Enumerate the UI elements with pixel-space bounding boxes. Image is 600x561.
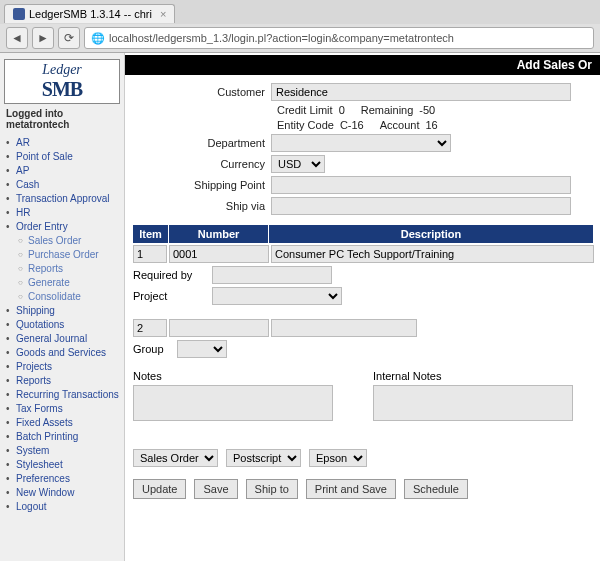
sidebar-item: Projects	[4, 360, 120, 374]
credit-limit-value: 0	[339, 104, 345, 116]
internal-notes-textarea[interactable]	[373, 385, 573, 421]
schedule-button[interactable]: Schedule	[404, 479, 468, 499]
logo: Ledger SMB	[4, 59, 120, 104]
required-by-row: Required by	[133, 266, 594, 284]
notes-textarea[interactable]	[133, 385, 333, 421]
grid-row-1	[133, 245, 594, 263]
grid-header: Item Number Description	[133, 225, 594, 243]
shipping-point-input[interactable]	[271, 176, 571, 194]
print-save-button[interactable]: Print and Save	[306, 479, 396, 499]
number-2[interactable]	[169, 319, 269, 337]
submenu-link[interactable]: Reports	[28, 263, 63, 274]
submenu-link[interactable]: Generate	[28, 277, 70, 288]
submenu-link[interactable]: Purchase Order	[28, 249, 99, 260]
main-content: Add Sales Or Customer Credit Limit 0 Rem…	[125, 53, 600, 561]
submenu-link[interactable]: Consolidate	[28, 291, 81, 302]
logged-in-text: Logged into metatrontech	[4, 108, 120, 130]
project-label: Project	[133, 290, 208, 302]
sidebar-link[interactable]: Stylesheet	[16, 459, 63, 470]
tab-title: LedgerSMB 1.3.14 -- chri	[29, 8, 152, 20]
sidebar-item: Order EntrySales OrderPurchase OrderRepo…	[4, 220, 120, 304]
url-text: localhost/ledgersmb_1.3/login.pl?action=…	[109, 32, 454, 44]
remaining-value: -50	[419, 104, 435, 116]
forward-button[interactable]: ►	[32, 27, 54, 49]
globe-icon: 🌐	[91, 32, 105, 45]
sidebar-link[interactable]: Batch Printing	[16, 431, 78, 442]
notes-block: Notes	[133, 370, 333, 421]
back-button[interactable]: ◄	[6, 27, 28, 49]
sidebar-item: Point of Sale	[4, 150, 120, 164]
sidebar-link[interactable]: Logout	[16, 501, 47, 512]
internal-notes-label: Internal Notes	[373, 370, 573, 382]
sidebar-link[interactable]: Point of Sale	[16, 151, 73, 162]
header-number: Number	[169, 225, 269, 243]
header-item: Item	[133, 225, 169, 243]
customer-row: Customer	[133, 83, 594, 101]
sidebar-item: Batch Printing	[4, 430, 120, 444]
save-button[interactable]: Save	[194, 479, 237, 499]
url-bar[interactable]: 🌐 localhost/ledgersmb_1.3/login.pl?actio…	[84, 27, 594, 49]
browser-tab[interactable]: LedgerSMB 1.3.14 -- chri ×	[4, 4, 175, 23]
ship-via-input[interactable]	[271, 197, 571, 215]
entity-code-value: C-16	[340, 119, 364, 131]
sidebar-item: Logout	[4, 500, 120, 514]
close-tab-icon[interactable]: ×	[160, 8, 166, 20]
browser-chrome: LedgerSMB 1.3.14 -- chri × ◄ ► ⟳ 🌐 local…	[0, 0, 600, 53]
project-select[interactable]	[212, 287, 342, 305]
group-select[interactable]	[177, 340, 227, 358]
doc-type-select[interactable]: Sales Order	[133, 449, 218, 467]
sidebar-link[interactable]: Recurring Transactions	[16, 389, 119, 400]
department-row: Department	[133, 134, 594, 152]
app-container: Ledger SMB Logged into metatrontech ARPo…	[0, 53, 600, 561]
department-label: Department	[133, 137, 271, 149]
sidebar-link[interactable]: New Window	[16, 487, 74, 498]
sidebar-item: Reports	[4, 374, 120, 388]
logo-top: Ledger	[7, 62, 117, 78]
ship-via-row: Ship via	[133, 197, 594, 215]
submenu-item: Reports	[16, 262, 120, 276]
customer-input[interactable]	[271, 83, 571, 101]
logo-bottom: SMB	[7, 78, 117, 101]
sidebar-link[interactable]: Quotations	[16, 319, 64, 330]
sidebar-link[interactable]: System	[16, 445, 49, 456]
sidebar-link[interactable]: Cash	[16, 179, 39, 190]
reload-button[interactable]: ⟳	[58, 27, 80, 49]
sidebar-item: AP	[4, 164, 120, 178]
item-1[interactable]	[133, 245, 167, 263]
description-1[interactable]	[271, 245, 594, 263]
sidebar-link[interactable]: General Journal	[16, 333, 87, 344]
ship-to-button[interactable]: Ship to	[246, 479, 298, 499]
update-button[interactable]: Update	[133, 479, 186, 499]
currency-label: Currency	[133, 158, 271, 170]
sidebar-link[interactable]: Fixed Assets	[16, 417, 73, 428]
page-title: Add Sales Or	[125, 55, 600, 75]
sidebar-link[interactable]: AR	[16, 137, 30, 148]
sidebar-link[interactable]: Transaction Approval	[16, 193, 110, 204]
format-select[interactable]: Postscript	[226, 449, 301, 467]
sidebar-link[interactable]: Shipping	[16, 305, 55, 316]
submenu-link[interactable]: Sales Order	[28, 235, 81, 246]
sidebar-link[interactable]: Preferences	[16, 473, 70, 484]
notes-row: Notes Internal Notes	[133, 370, 594, 421]
customer-label: Customer	[133, 86, 271, 98]
sidebar-item: Transaction Approval	[4, 192, 120, 206]
item-2[interactable]	[133, 319, 167, 337]
sidebar-link[interactable]: Reports	[16, 375, 51, 386]
sidebar-item: General Journal	[4, 332, 120, 346]
department-select[interactable]	[271, 134, 451, 152]
shipping-point-row: Shipping Point	[133, 176, 594, 194]
printer-select[interactable]: Epson	[309, 449, 367, 467]
sidebar-link[interactable]: Goods and Services	[16, 347, 106, 358]
sidebar-link[interactable]: Order Entry	[16, 221, 68, 232]
submenu-item: Generate	[16, 276, 120, 290]
required-by-input[interactable]	[212, 266, 332, 284]
sidebar-link[interactable]: Tax Forms	[16, 403, 63, 414]
sidebar-link[interactable]: AP	[16, 165, 29, 176]
currency-select[interactable]: USD	[271, 155, 325, 173]
sidebar-item: Cash	[4, 178, 120, 192]
description-2[interactable]	[271, 319, 417, 337]
number-1[interactable]	[169, 245, 269, 263]
bottom-selects: Sales Order Postscript Epson	[133, 449, 594, 467]
sidebar-link[interactable]: HR	[16, 207, 30, 218]
sidebar-link[interactable]: Projects	[16, 361, 52, 372]
